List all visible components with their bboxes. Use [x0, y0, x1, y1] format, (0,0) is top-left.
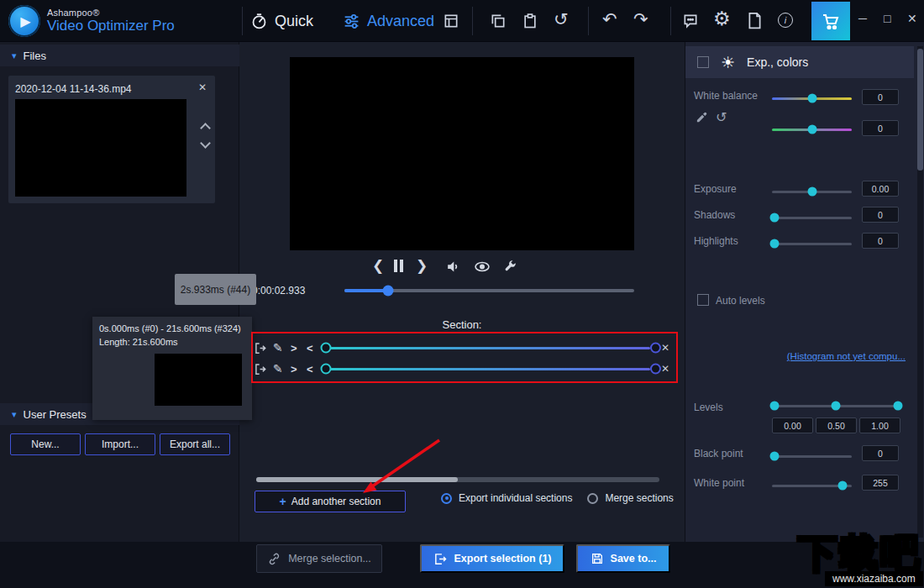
- set-end-icon[interactable]: <: [305, 363, 315, 375]
- radio-merge-sections[interactable]: [587, 493, 598, 504]
- section-start-handle[interactable]: [320, 343, 331, 354]
- levels-high-value[interactable]: 1.00: [859, 417, 900, 433]
- black-point-value[interactable]: 0: [862, 445, 899, 461]
- merge-selection-label: Merge selection...: [288, 553, 371, 564]
- set-start-icon[interactable]: >: [289, 342, 299, 354]
- exposure-slider[interactable]: [772, 186, 852, 197]
- wb-tint-slider[interactable]: [772, 123, 852, 135]
- auto-levels-label[interactable]: Auto levels: [716, 295, 765, 307]
- add-section-button[interactable]: + Add another section: [255, 491, 406, 512]
- wb-tint-handle[interactable]: [807, 125, 816, 134]
- copy-icon[interactable]: [490, 13, 507, 33]
- radio-merge-sections-label[interactable]: Merge sections: [605, 492, 673, 504]
- minimize-button[interactable]: ─: [858, 12, 867, 25]
- shadows-value[interactable]: 0: [862, 207, 899, 223]
- remove-file-icon[interactable]: ✕: [198, 81, 207, 93]
- redo-icon[interactable]: ↷: [633, 10, 648, 28]
- move-up-icon[interactable]: [200, 123, 211, 134]
- black-point-handle[interactable]: [769, 452, 779, 461]
- vertical-scrollbar[interactable]: [917, 46, 923, 538]
- white-point-value[interactable]: 255: [862, 475, 899, 491]
- section-end-handle[interactable]: [650, 364, 661, 375]
- export-selection-button[interactable]: Export selection (1): [420, 544, 564, 573]
- black-point-slider[interactable]: [772, 450, 852, 462]
- radio-export-individual-label[interactable]: Export individual sections: [459, 492, 572, 504]
- section-end-handle[interactable]: [650, 343, 661, 354]
- move-down-icon[interactable]: [200, 138, 211, 149]
- set-start-icon[interactable]: >: [289, 363, 299, 375]
- merge-selection-button[interactable]: Merge selection...: [256, 544, 382, 573]
- levels-slider[interactable]: [772, 400, 902, 412]
- eyedropper-icon[interactable]: [696, 111, 708, 123]
- collapse-triangle-icon[interactable]: ▾: [12, 50, 17, 61]
- wb-reset-icon[interactable]: ↺: [716, 109, 727, 125]
- close-button[interactable]: ✕: [907, 12, 917, 25]
- levels-low-value[interactable]: 0.00: [772, 417, 813, 433]
- wb-temperature-handle[interactable]: [807, 94, 816, 103]
- highlights-handle[interactable]: [769, 239, 779, 249]
- radio-export-individual[interactable]: [441, 493, 452, 504]
- section-range-icon[interactable]: [255, 363, 267, 375]
- section-range-icon[interactable]: [255, 342, 267, 354]
- shadows-slider[interactable]: [772, 212, 852, 223]
- playback-timeline[interactable]: [344, 284, 634, 297]
- timeline-handle[interactable]: [383, 286, 394, 297]
- section-range-slider[interactable]: [321, 362, 655, 375]
- histogram-link[interactable]: (Histogram not yet compu...: [787, 351, 906, 361]
- collapse-triangle-icon[interactable]: ▾: [12, 409, 17, 420]
- preset-new-button[interactable]: New...: [10, 433, 81, 455]
- edit-section-icon[interactable]: ✎: [273, 362, 283, 375]
- previous-frame-icon[interactable]: ❮: [372, 259, 384, 273]
- preset-export-all-button[interactable]: Export all...: [160, 433, 230, 455]
- highlights-value[interactable]: 0: [862, 233, 899, 249]
- levels-high-handle[interactable]: [894, 402, 903, 411]
- wb-temperature-slider[interactable]: [772, 92, 852, 104]
- volume-icon[interactable]: [445, 259, 461, 278]
- preview-eye-icon[interactable]: [474, 260, 491, 277]
- reset-icon[interactable]: ↺: [554, 10, 569, 28]
- save-to-button[interactable]: Save to...: [576, 544, 670, 573]
- edit-section-icon[interactable]: ✎: [273, 341, 283, 354]
- set-end-icon[interactable]: <: [305, 342, 315, 354]
- section-range-slider[interactable]: [321, 341, 655, 354]
- delete-section-icon[interactable]: ✕: [661, 342, 669, 354]
- window-layout-icon[interactable]: [443, 13, 459, 33]
- paste-icon[interactable]: [522, 13, 538, 33]
- levels-mid-handle[interactable]: [831, 402, 840, 411]
- feedback-chat-icon[interactable]: [682, 13, 699, 33]
- exposure-value[interactable]: 0.00: [862, 181, 899, 197]
- horizontal-scrollbar[interactable]: [256, 477, 659, 482]
- document-icon[interactable]: [747, 12, 763, 33]
- shadows-handle[interactable]: [769, 213, 779, 223]
- panel-header[interactable]: ☀ Exp., colors: [685, 46, 914, 78]
- auto-levels-checkbox[interactable]: [697, 294, 709, 306]
- levels-low-handle[interactable]: [770, 402, 780, 411]
- video-thumbnail[interactable]: [15, 99, 186, 197]
- maximize-button[interactable]: □: [884, 12, 890, 25]
- shop-cart-button[interactable]: [811, 2, 850, 40]
- section-start-handle[interactable]: [320, 364, 331, 375]
- pause-icon[interactable]: [394, 260, 403, 272]
- delete-section-icon[interactable]: ✕: [661, 363, 669, 375]
- highlights-slider[interactable]: [772, 238, 852, 249]
- files-section-header[interactable]: ▾ Files: [0, 45, 239, 66]
- tab-advanced[interactable]: Advanced: [343, 0, 434, 42]
- info-icon[interactable]: i: [778, 13, 793, 28]
- gear-icon[interactable]: ⚙: [713, 9, 731, 29]
- scrollbar-thumb[interactable]: [917, 49, 923, 171]
- scrollbar-thumb[interactable]: [256, 477, 458, 482]
- white-point-handle[interactable]: [837, 481, 847, 491]
- tools-wrench-icon[interactable]: [502, 259, 517, 277]
- wb-temperature-value[interactable]: 0: [862, 89, 899, 105]
- file-list-item[interactable]: 2020-12-04 11-14-36.mp4 ✕: [8, 76, 215, 203]
- white-point-slider[interactable]: [772, 480, 852, 491]
- next-frame-icon[interactable]: ❯: [416, 259, 428, 273]
- preset-import-button[interactable]: Import...: [85, 433, 155, 455]
- video-preview[interactable]: [290, 57, 634, 250]
- panel-enable-checkbox[interactable]: [697, 56, 709, 68]
- levels-mid-value[interactable]: 0.50: [816, 417, 857, 433]
- tab-quick[interactable]: Quick: [250, 0, 313, 42]
- wb-tint-value[interactable]: 0: [862, 120, 899, 136]
- undo-icon[interactable]: ↶: [602, 10, 617, 28]
- exposure-handle[interactable]: [807, 187, 816, 197]
